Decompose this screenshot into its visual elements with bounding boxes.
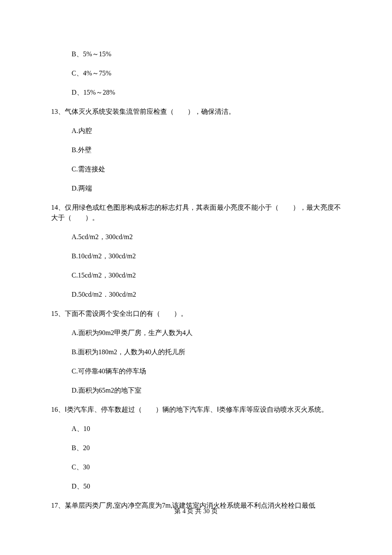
q15-option-b: B.面积为180m2，人数为40人的托儿所 [51, 347, 341, 357]
q16-stem: 16、Ⅰ类汽车库、停车数超过（ ）辆的地下汽车库、Ⅰ类修车库等应设自动喷水灭火系… [51, 405, 341, 415]
q15-option-d: D.面积为65m2的地下室 [51, 385, 341, 396]
q14-option-a: A.5cd/m2，300cd/m2 [51, 232, 341, 242]
q12-option-c: C、4%～75% [51, 68, 341, 78]
q14-stem: 14、仅用绿色或红色图形构成标志的标志灯具，其表面最小亮度不能小于（ ），最大亮… [51, 202, 341, 223]
q15-stem: 15、下面不需设两个安全出口的有（ ）。 [51, 309, 341, 319]
q14-option-c: C.15cd/m2，300cd/m2 [51, 270, 341, 280]
q13-option-c: C.需连接处 [51, 164, 341, 174]
q16-option-a: A、10 [51, 424, 341, 434]
q13-option-a: A.内腔 [51, 126, 341, 136]
q15-option-c: C.可停靠40辆车的停车场 [51, 366, 341, 376]
q13-stem: 13、气体灭火系统安装集流管前应检查（ ），确保清洁。 [51, 107, 341, 117]
q12-option-d: D、15%～28% [51, 87, 341, 98]
q12-option-b: B、5%～15% [51, 49, 341, 59]
q15-option-a: A.面积为90m2甲类厂房，生产人数为4人 [51, 328, 341, 338]
q14-option-d: D.50cd/m2．300cd/m2 [51, 289, 341, 300]
page-footer: 第 4 页 共 30 页 [0, 506, 392, 516]
q13-option-b: B.外壁 [51, 145, 341, 155]
q16-option-c: C、30 [51, 462, 341, 472]
q13-option-d: D.两端 [51, 183, 341, 194]
q16-option-b: B、20 [51, 443, 341, 453]
q14-option-b: B.10cd/m2，300cd/m2 [51, 251, 341, 261]
q16-option-d: D、50 [51, 481, 341, 491]
